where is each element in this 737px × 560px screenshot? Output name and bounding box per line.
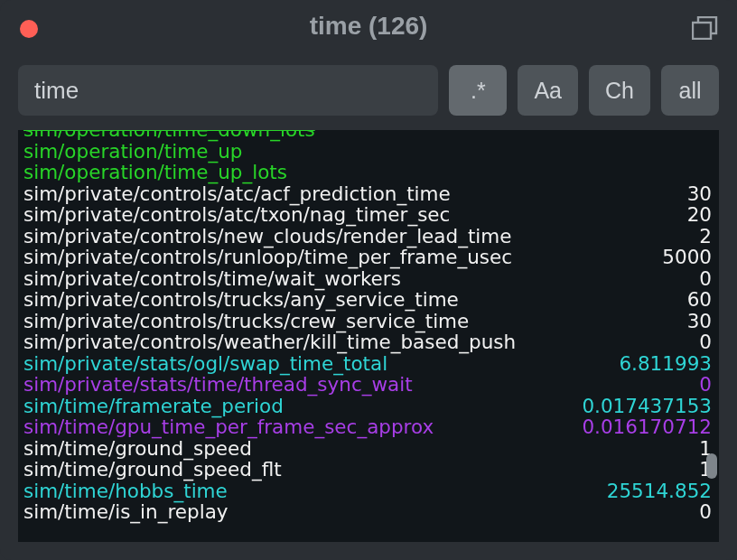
dataref-value: 5000	[662, 247, 712, 268]
dataref-window: time (126) .* Aa Ch all sim/operation/ti…	[0, 0, 737, 560]
dataref-row[interactable]: sim/private/controls/weather/kill_time_b…	[23, 331, 712, 353]
dataref-path: sim/private/controls/trucks/crew_service…	[23, 311, 469, 332]
dataref-row[interactable]: sim/private/controls/time/wait_workers0	[23, 268, 712, 290]
dataref-value: 0	[699, 501, 712, 523]
dataref-value: 6.811993	[619, 353, 712, 375]
dataref-row[interactable]: sim/time/framerate_period0.017437153	[23, 396, 712, 417]
dataref-path: sim/private/controls/weather/kill_time_b…	[23, 331, 516, 353]
search-input[interactable]	[18, 65, 438, 116]
window-title: time (126)	[14, 12, 723, 41]
dataref-row[interactable]: sim/private/stats/time/thread_sync_wait0	[23, 374, 712, 396]
dataref-value: 0	[699, 374, 712, 396]
dataref-value: 0	[699, 268, 712, 290]
dataref-row[interactable]: sim/time/is_in_replay0	[23, 501, 712, 523]
dataref-value: 20	[687, 204, 712, 226]
dataref-value: 60	[687, 289, 712, 311]
changed-toggle[interactable]: Ch	[589, 65, 650, 116]
dataref-row[interactable]: sim/operation/time_up	[23, 141, 712, 163]
dataref-row[interactable]: sim/private/controls/trucks/any_service_…	[23, 289, 712, 311]
regex-toggle[interactable]: .*	[449, 65, 507, 116]
dataref-row[interactable]: sim/time/ground_speed1	[23, 438, 712, 460]
dataref-path: sim/private/controls/atc/txon/nag_timer_…	[23, 204, 450, 226]
dataref-row[interactable]: sim/private/controls/atc/txon/nag_timer_…	[23, 204, 712, 226]
dataref-path: sim/time/is_in_replay	[23, 501, 229, 523]
dataref-path: sim/time/gpu_time_per_frame_sec_approx	[23, 416, 434, 438]
dataref-path: sim/private/controls/trucks/any_service_…	[23, 289, 459, 311]
dataref-row[interactable]: sim/operation/time_up_lots	[23, 162, 712, 183]
dataref-path: sim/operation/time_up_lots	[23, 162, 287, 183]
dataref-value: 25514.852	[607, 481, 712, 502]
dataref-path: sim/time/framerate_period	[23, 396, 284, 417]
dataref-path: sim/time/hobbs_time	[23, 481, 228, 502]
dataref-value: 30	[687, 311, 712, 332]
case-toggle[interactable]: Aa	[518, 65, 578, 116]
scrollbar-thumb[interactable]	[706, 453, 717, 479]
dataref-path: sim/private/controls/atc/acf_prediction_…	[23, 183, 451, 205]
titlebar: time (126)	[0, 0, 737, 52]
dataref-row[interactable]: sim/private/controls/trucks/crew_service…	[23, 311, 712, 332]
dataref-value: 0.017437153	[582, 396, 712, 417]
close-button[interactable]	[20, 20, 38, 38]
dataref-row[interactable]: sim/operation/time_down_lots	[23, 130, 712, 141]
dataref-path: sim/operation/time_down_lots	[23, 130, 315, 141]
dataref-row[interactable]: sim/time/gpu_time_per_frame_sec_approx0.…	[23, 416, 712, 438]
dataref-value: 0.016170712	[582, 416, 712, 438]
dataref-row[interactable]: sim/private/controls/new_clouds/render_l…	[23, 226, 712, 247]
dataref-path: sim/private/stats/time/thread_sync_wait	[23, 374, 413, 396]
dataref-row[interactable]: sim/private/controls/runloop/time_per_fr…	[23, 247, 712, 268]
dataref-path: sim/private/controls/time/wait_workers	[23, 268, 401, 290]
dataref-value: 30	[687, 183, 712, 205]
svg-rect-1	[693, 23, 711, 39]
dataref-path: sim/private/controls/new_clouds/render_l…	[23, 226, 511, 247]
dataref-value: 2	[699, 226, 712, 247]
all-toggle[interactable]: all	[661, 65, 719, 116]
dataref-row[interactable]: sim/private/stats/ogl/swap_time_total6.8…	[23, 353, 712, 375]
dataref-path: sim/private/stats/ogl/swap_time_total	[23, 353, 387, 375]
toolbar: .* Aa Ch all	[0, 52, 737, 130]
dataref-row[interactable]: sim/time/ground_speed_flt1	[23, 459, 712, 481]
dataref-row[interactable]: sim/time/hobbs_time25514.852	[23, 481, 712, 502]
dataref-value: 0	[699, 331, 712, 353]
results-list: sim/operation/time_down_lotssim/operatio…	[18, 130, 719, 525]
dataref-row[interactable]: sim/private/controls/atc/acf_prediction_…	[23, 183, 712, 205]
popout-icon[interactable]	[692, 16, 719, 40]
dataref-path: sim/time/ground_speed	[23, 438, 252, 460]
results-panel: sim/operation/time_down_lotssim/operatio…	[18, 130, 719, 542]
dataref-path: sim/time/ground_speed_flt	[23, 459, 282, 481]
dataref-path: sim/private/controls/runloop/time_per_fr…	[23, 247, 512, 268]
dataref-path: sim/operation/time_up	[23, 141, 242, 163]
